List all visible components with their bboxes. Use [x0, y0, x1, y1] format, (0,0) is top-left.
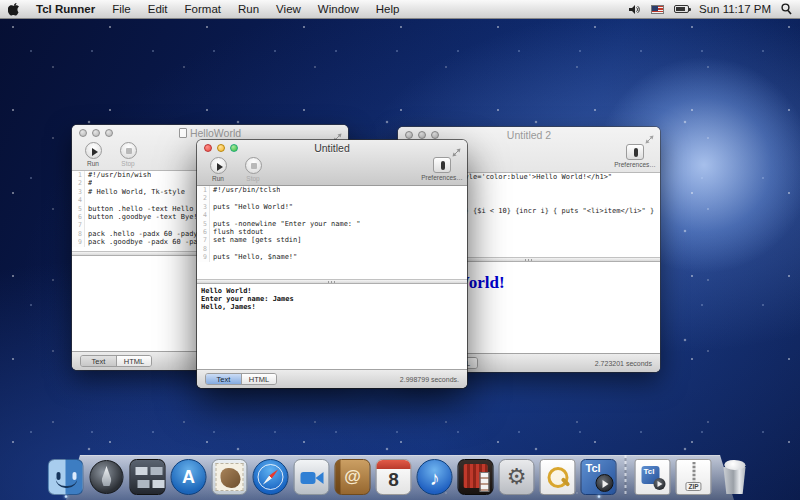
minimize-button[interactable] [418, 131, 426, 139]
output-area[interactable]: Hello World!Enter your name: JamesHello,… [197, 284, 467, 369]
menu-item[interactable]: Window [318, 3, 359, 15]
menubar-menus: FileEditFormatRunViewWindowHelp [112, 3, 399, 15]
menu-item[interactable]: Format [185, 3, 221, 15]
zoom-button[interactable] [230, 144, 238, 152]
output-line: Enter your name: James [201, 295, 463, 303]
run-time-label: 2.723201 seconds [595, 360, 652, 367]
trash-icon[interactable] [717, 459, 753, 495]
code-line: 3puts "Hello World!" [197, 203, 467, 211]
play-icon [603, 480, 609, 488]
preferences-icon [433, 157, 451, 173]
preferences-button[interactable]: Preferences… [425, 157, 459, 181]
code-line: 2 [197, 194, 467, 202]
window-title: HelloWorld [190, 127, 241, 139]
tab-text[interactable]: Text [206, 374, 241, 384]
fullscreen-icon[interactable] [452, 143, 461, 152]
code-line: 6flush stdout [197, 228, 467, 236]
preferences-icon [626, 144, 644, 160]
fullscreen-icon[interactable] [645, 130, 654, 139]
bottom-bar: Text HTML 2.998799 seconds. [197, 369, 467, 388]
spotlight-icon[interactable] [781, 3, 792, 15]
safari-icon[interactable] [253, 459, 289, 495]
titlebar[interactable]: Untitled [197, 140, 467, 155]
volume-icon[interactable] [629, 4, 641, 15]
code-line: 4 [197, 211, 467, 219]
zip-label: ZIP [685, 482, 701, 491]
tcl-runner-icon[interactable]: Tcl [581, 459, 617, 495]
facetime-icon[interactable] [294, 459, 330, 495]
menubar-clock[interactable]: Sun 11:17 PM [699, 3, 771, 15]
photo-booth-icon[interactable] [458, 459, 494, 495]
tab-html[interactable]: HTML [116, 356, 151, 366]
minimize-button[interactable] [92, 129, 100, 137]
tab-text[interactable]: Text [81, 356, 116, 366]
mail-icon[interactable] [212, 459, 248, 495]
menu-item[interactable]: Help [376, 3, 400, 15]
code-line: 7set name [gets stdin] [197, 236, 467, 244]
play-icon [658, 481, 663, 487]
window-toolbar: Run Stop Preferences… [197, 155, 467, 185]
document-proxy-icon [179, 128, 187, 138]
tab-html[interactable]: HTML [241, 374, 276, 384]
dock-separator [625, 455, 627, 495]
run-button[interactable]: Run [80, 142, 106, 167]
menu-item[interactable]: Run [238, 3, 259, 15]
menu-item[interactable]: View [276, 3, 301, 15]
stop-button[interactable]: Stop [240, 157, 266, 182]
app-store-icon[interactable]: A [171, 459, 207, 495]
running-indicator [597, 495, 600, 498]
run-time-label: 2.998799 seconds. [400, 376, 459, 383]
window-title: Untitled 2 [507, 129, 551, 141]
preferences-button[interactable]: Preferences… [618, 144, 652, 168]
close-button[interactable] [79, 129, 87, 137]
output-line: Hello, James! [201, 303, 463, 311]
output-line: Hello World! [201, 287, 463, 295]
keyboard-flag-icon[interactable] [651, 5, 664, 14]
address-book-icon[interactable]: @ [335, 459, 371, 495]
zoom-button[interactable] [431, 131, 439, 139]
stop-button[interactable]: Stop [115, 142, 141, 167]
ical-icon[interactable]: 8 [376, 459, 412, 495]
app-menu-title[interactable]: Tcl Runner [36, 3, 95, 15]
fullscreen-icon[interactable] [333, 128, 342, 137]
code-line: 9puts "Hello, $name!" [197, 253, 467, 261]
output-mode-switch: Text HTML [205, 373, 277, 385]
menu-bar: Tcl Runner FileEditFormatRunViewWindowHe… [0, 0, 800, 19]
menu-item[interactable]: Edit [148, 3, 168, 15]
finder-icon[interactable] [48, 459, 84, 495]
close-button[interactable] [405, 131, 413, 139]
zoom-button[interactable] [105, 129, 113, 137]
battery-icon[interactable] [674, 5, 689, 13]
titlebar[interactable]: HelloWorld [72, 125, 348, 140]
zip-archive-icon[interactable]: ZIP [676, 459, 712, 495]
tcl-document-icon[interactable]: Tcl [635, 459, 671, 495]
output-mode-switch: Text HTML [80, 355, 152, 367]
itunes-icon[interactable]: ♪ [417, 459, 453, 495]
launchpad-icon[interactable] [89, 459, 125, 495]
window-untitled[interactable]: Untitled Run Stop Preferences… [197, 140, 467, 388]
window-title: Untitled [314, 142, 350, 154]
running-indicator [64, 495, 67, 498]
code-line: 1#!/usr/bin/tclsh [197, 186, 467, 194]
mission-control-icon[interactable] [130, 459, 166, 495]
code-line: 8 [197, 245, 467, 253]
pane-splitter[interactable] [197, 279, 467, 284]
minimize-button[interactable] [217, 144, 225, 152]
dock: A @ 8 ♪ ⚙ Tcl Tcl ZIP [48, 455, 753, 495]
preview-icon[interactable] [540, 459, 576, 495]
system-preferences-icon[interactable]: ⚙ [499, 459, 535, 495]
apple-menu-icon[interactable] [8, 3, 19, 16]
menu-item[interactable]: File [112, 3, 131, 15]
code-line: 5puts -nonewline "Enter your name: " [197, 220, 467, 228]
run-button[interactable]: Run [205, 157, 231, 182]
tcl-label: Tcl [586, 462, 601, 474]
desktop[interactable]: Tcl Runner FileEditFormatRunViewWindowHe… [0, 0, 800, 500]
close-button[interactable] [204, 144, 212, 152]
code-editor[interactable]: 1#!/usr/bin/tclsh 2 3puts "Hello World!"… [197, 186, 467, 279]
